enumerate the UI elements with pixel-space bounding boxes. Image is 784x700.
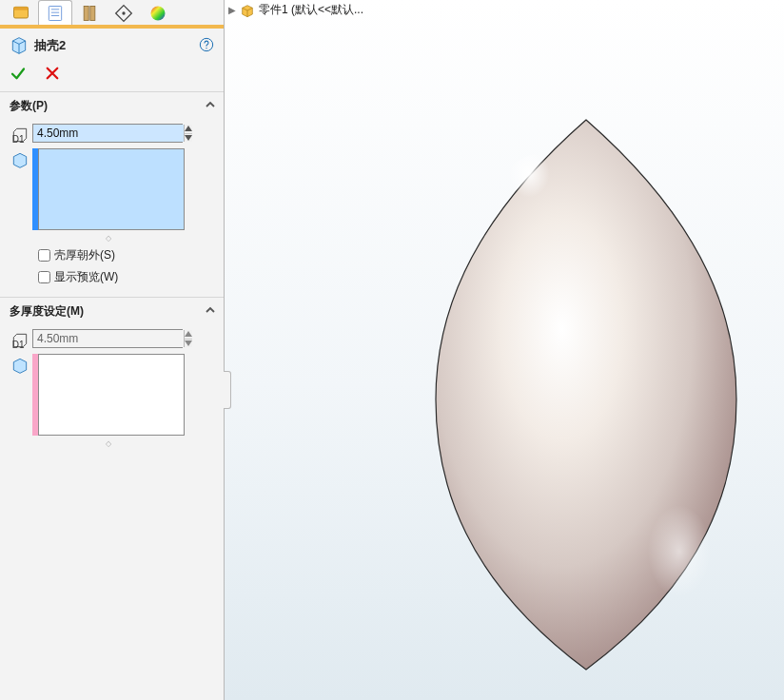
crosshair-icon bbox=[114, 4, 133, 23]
thickness-field[interactable] bbox=[33, 125, 184, 142]
shell-feature-icon bbox=[10, 36, 29, 55]
chevron-up-icon bbox=[205, 99, 216, 113]
cancel-button[interactable] bbox=[44, 65, 61, 82]
spinner-down[interactable] bbox=[185, 134, 192, 143]
svg-point-9 bbox=[151, 6, 166, 20]
section-title-params: 参数(P) bbox=[10, 98, 48, 114]
svg-point-8 bbox=[122, 11, 125, 14]
properties-icon bbox=[46, 4, 65, 23]
property-manager-panel: 抽壳2 参数(P) bbox=[0, 0, 225, 700]
svg-rect-1 bbox=[14, 7, 29, 10]
tab-display-manager[interactable] bbox=[141, 0, 175, 25]
thickness-input[interactable] bbox=[32, 124, 183, 143]
graphics-viewport[interactable]: ▶ 零件1 (默认<<默认... bbox=[225, 0, 784, 700]
svg-text:D1: D1 bbox=[12, 134, 25, 145]
spinner-down[interactable] bbox=[185, 340, 192, 348]
model-body[interactable] bbox=[424, 114, 748, 675]
resize-grip[interactable]: ◇ bbox=[32, 234, 185, 242]
help-button[interactable] bbox=[199, 37, 214, 55]
show-preview-checkbox[interactable] bbox=[38, 271, 50, 283]
section-title-multi: 多厚度设定(M) bbox=[10, 303, 84, 320]
confirm-row bbox=[0, 61, 224, 91]
feature-title-row: 抽壳2 bbox=[0, 29, 224, 61]
spinner-up[interactable] bbox=[185, 330, 192, 340]
section-body-multi: D1 bbox=[0, 325, 224, 462]
multi-thickness-input[interactable] bbox=[32, 329, 183, 348]
help-icon bbox=[199, 37, 214, 52]
face-select-icon bbox=[10, 356, 29, 375]
tab-property-manager[interactable] bbox=[38, 0, 72, 25]
svg-point-14 bbox=[489, 152, 603, 285]
section-header-multi[interactable]: 多厚度设定(M) bbox=[0, 297, 224, 325]
tab-feature-manager[interactable] bbox=[4, 0, 38, 25]
section-header-params[interactable]: 参数(P) bbox=[0, 91, 224, 120]
svg-point-15 bbox=[577, 409, 719, 618]
svg-rect-7 bbox=[90, 6, 95, 20]
shell-outward-checkbox[interactable] bbox=[38, 249, 50, 262]
folder-tree-icon bbox=[11, 4, 30, 23]
breadcrumb-part-name[interactable]: 零件1 (默认<<默认... bbox=[259, 2, 363, 18]
spinner-up[interactable] bbox=[185, 125, 192, 134]
tab-configuration-manager[interactable] bbox=[72, 0, 107, 25]
dimension-d1-icon: D1 bbox=[10, 126, 29, 145]
ok-button[interactable] bbox=[10, 65, 27, 82]
breadcrumb-expand-icon[interactable]: ▶ bbox=[228, 5, 236, 15]
show-preview-label: 显示预览(W) bbox=[54, 269, 118, 285]
feature-name: 抽壳2 bbox=[34, 37, 66, 54]
faces-to-remove-list[interactable] bbox=[32, 148, 185, 230]
section-body-params: D1 bbox=[0, 120, 224, 297]
breadcrumb: ▶ 零件1 (默认<<默认... bbox=[228, 2, 363, 18]
svg-rect-2 bbox=[49, 6, 61, 20]
panel-tabstrip bbox=[0, 0, 224, 29]
resize-grip[interactable]: ◇ bbox=[32, 439, 185, 447]
panel-resize-handle[interactable] bbox=[224, 371, 231, 409]
shell-outward-label: 壳厚朝外(S) bbox=[54, 247, 115, 263]
svg-point-11 bbox=[206, 48, 206, 49]
svg-text:D1: D1 bbox=[12, 340, 25, 350]
svg-rect-6 bbox=[84, 6, 88, 20]
tab-dim-xpert[interactable] bbox=[107, 0, 141, 25]
chevron-up-icon bbox=[205, 304, 216, 319]
dimension-d1-icon: D1 bbox=[10, 331, 29, 350]
multi-thickness-field[interactable] bbox=[33, 330, 184, 347]
appearance-icon bbox=[148, 4, 167, 23]
multi-thickness-faces-list[interactable] bbox=[32, 354, 185, 436]
face-select-icon bbox=[10, 150, 29, 169]
config-icon bbox=[80, 4, 99, 23]
part-cube-icon bbox=[240, 3, 255, 18]
